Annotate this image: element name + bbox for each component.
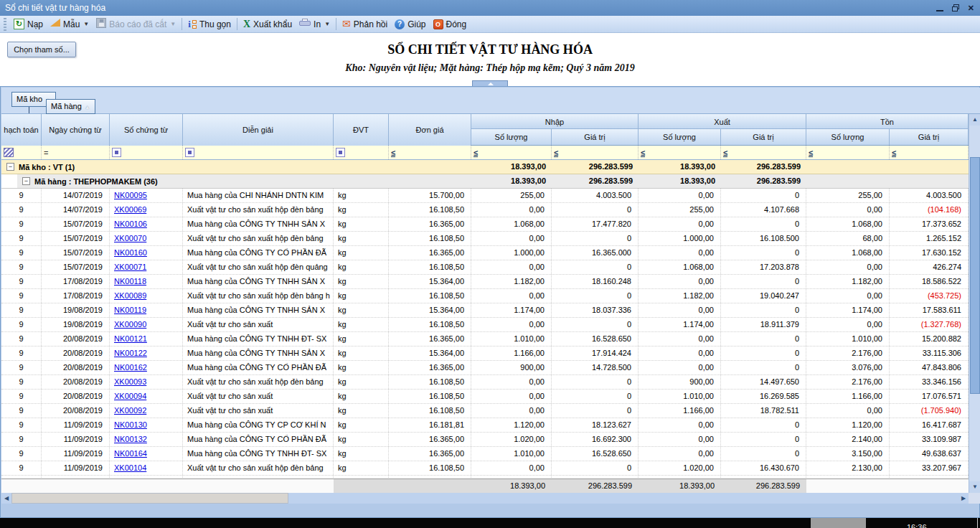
cell-so-chung-tu[interactable]: NK00095 xyxy=(110,189,183,202)
cell-so-chung-tu[interactable]: XK00069 xyxy=(110,203,183,217)
table-row[interactable]: 911/09/2019NK00130Mua hàng của CÔNG TY C… xyxy=(1,418,969,433)
column-header-ton-gia-tri[interactable]: Giá trị xyxy=(890,129,969,145)
less-equal-operator-icon[interactable]: ≤ xyxy=(809,148,813,157)
column-header-xuat-gia-tri[interactable]: Giá trị xyxy=(721,129,806,145)
table-row[interactable]: 917/08/2019NK00118Mua hàng của CÔNG TY T… xyxy=(1,275,969,289)
column-header-tk-hach-toan[interactable]: hạch toán xyxy=(1,114,42,146)
document-link[interactable]: NK00121 xyxy=(114,334,147,343)
document-link[interactable]: XK00089 xyxy=(114,291,146,300)
band-header-tồn[interactable]: Tồn xyxy=(806,114,969,129)
filter-cell-ngay-chung-tu[interactable]: = xyxy=(42,146,110,159)
less-equal-operator-icon[interactable]: ≤ xyxy=(641,148,645,157)
table-row[interactable]: 911/09/2019XK00105Xuất vật tư cho sản xu… xyxy=(1,476,969,478)
column-header-don-gia[interactable]: Đơn giá xyxy=(389,114,471,146)
column-header-dien-giai[interactable]: Diễn giải xyxy=(183,114,334,146)
minimize-button-icon[interactable] xyxy=(936,5,943,11)
table-row[interactable]: 919/08/2019NK00119Mua hàng của CÔNG TY T… xyxy=(1,303,969,318)
table-row[interactable]: 911/09/2019NK00164Mua hàng của CÔNG TY T… xyxy=(1,447,969,461)
toolbar-button-mau[interactable]: Mẫu▼ xyxy=(47,16,93,32)
group-row[interactable]: −Mã hàng : THEPHOPMAKEM (36)18.393,00296… xyxy=(1,174,969,189)
column-header-so-chung-tu[interactable]: Số chứng từ xyxy=(110,114,183,146)
table-row[interactable]: 920/08/2019XK00094Xuất vật tư cho sản xu… xyxy=(1,390,969,404)
group-row[interactable]: −Mã kho : VT (1)18.393,00296.283.59918.3… xyxy=(1,160,969,174)
cell-so-chung-tu[interactable]: NK00160 xyxy=(110,246,183,260)
less-equal-operator-icon[interactable]: ≤ xyxy=(391,148,395,157)
document-link[interactable]: XK00069 xyxy=(114,205,146,214)
toolbar-button-xuat-khau[interactable]: XXuất khẩu xyxy=(240,16,296,32)
document-link[interactable]: XK00093 xyxy=(114,377,146,386)
toolbar-button-in[interactable]: In▼ xyxy=(296,16,334,32)
cell-so-chung-tu[interactable]: NK00121 xyxy=(110,332,183,346)
document-link[interactable]: XK00070 xyxy=(114,234,146,242)
restore-button-icon[interactable] xyxy=(952,4,959,11)
document-link[interactable]: NK00130 xyxy=(114,420,147,429)
document-link[interactable]: NK00106 xyxy=(114,220,147,228)
cell-so-chung-tu[interactable]: NK00119 xyxy=(110,303,183,317)
column-header-dvt[interactable]: ĐVT xyxy=(334,114,389,146)
filter-cell-don-gia[interactable]: ≤ xyxy=(389,146,471,159)
table-row[interactable]: 919/08/2019XK00090Xuất vật tư cho sản xu… xyxy=(1,318,969,332)
equals-operator-icon[interactable]: = xyxy=(44,148,48,157)
cell-so-chung-tu[interactable]: XK00071 xyxy=(110,260,183,274)
collapse-minus-icon[interactable]: − xyxy=(22,177,30,185)
cell-so-chung-tu[interactable]: NK00122 xyxy=(110,346,183,360)
table-row[interactable]: 920/08/2019NK00121Mua hàng của CÔNG TY T… xyxy=(1,332,969,346)
document-link[interactable]: NK00095 xyxy=(114,191,147,199)
filter-cell-so-chung-tu[interactable] xyxy=(110,146,183,159)
document-link[interactable]: XK00104 xyxy=(114,463,146,472)
document-link[interactable]: NK00162 xyxy=(114,363,147,372)
document-link[interactable]: XK00094 xyxy=(114,392,146,400)
toolbar-button-dong[interactable]: OĐóng xyxy=(430,16,471,32)
cell-so-chung-tu[interactable]: NK00130 xyxy=(110,418,183,432)
less-equal-operator-icon[interactable]: ≤ xyxy=(723,148,727,157)
document-link[interactable]: XK00090 xyxy=(114,320,146,329)
table-row[interactable]: 920/08/2019NK00162Mua hàng của CÔNG TY C… xyxy=(1,361,969,375)
filter-cell-tk-hach-toan[interactable] xyxy=(1,146,42,159)
document-link[interactable]: NK00118 xyxy=(114,277,146,286)
close-window-button-icon[interactable]: ✕ xyxy=(968,0,974,16)
cell-so-chung-tu[interactable]: XK00070 xyxy=(110,232,183,245)
taskbar-button[interactable] xyxy=(811,518,866,528)
less-equal-operator-icon[interactable]: ≤ xyxy=(554,148,558,157)
table-row[interactable]: 920/08/2019NK00122Mua hàng của CÔNG TY T… xyxy=(1,346,969,361)
table-row[interactable]: 920/08/2019XK00092Xuất vật tư cho sản xu… xyxy=(1,404,969,418)
scroll-up-icon[interactable]: ▲ xyxy=(969,114,980,126)
cell-so-chung-tu[interactable]: XK00089 xyxy=(110,289,183,303)
table-row[interactable]: 914/07/2019NK00095Mua hàng của CHI NHÁNH… xyxy=(1,189,969,203)
box-filter-icon[interactable] xyxy=(336,148,345,157)
column-header-xuat-so-luong[interactable]: Số lượng xyxy=(639,129,721,145)
table-row[interactable]: 920/08/2019XK00093Xuất vật tư cho sản xu… xyxy=(1,375,969,390)
group-tab-ma-hang[interactable]: Mã hàng▲ xyxy=(46,99,95,114)
horizontal-scrollbar[interactable]: ◀ ▶ xyxy=(1,493,969,504)
cell-so-chung-tu[interactable]: XK00105 xyxy=(110,476,183,478)
table-row[interactable]: 915/07/2019NK00160Mua hàng của CÔNG TY C… xyxy=(1,246,969,260)
document-link[interactable]: NK00132 xyxy=(114,435,147,443)
scroll-down-icon[interactable]: ▼ xyxy=(969,481,980,493)
column-header-nhap-so-luong[interactable]: Số lượng xyxy=(471,129,552,145)
cell-so-chung-tu[interactable]: NK00106 xyxy=(110,217,183,231)
cell-so-chung-tu[interactable]: XK00094 xyxy=(110,390,183,403)
table-row[interactable]: 917/08/2019XK00089Xuất vật tư cho sản xu… xyxy=(1,289,969,303)
table-row[interactable]: 911/09/2019XK00104Xuất vật tư cho sản xu… xyxy=(1,461,969,476)
document-link[interactable]: NK00119 xyxy=(114,306,146,314)
cell-so-chung-tu[interactable]: NK00162 xyxy=(110,361,183,374)
scroll-right-icon[interactable]: ▶ xyxy=(958,493,969,504)
document-link[interactable]: XK00105 xyxy=(114,478,146,478)
vertical-scrollbar[interactable]: ▲ ▼ xyxy=(969,114,980,493)
custom-filter-icon[interactable] xyxy=(4,148,14,157)
cell-so-chung-tu[interactable]: XK00092 xyxy=(110,404,183,418)
document-link[interactable]: NK00122 xyxy=(114,349,147,357)
table-row[interactable]: 914/07/2019XK00069Xuất vật tư cho sản xu… xyxy=(1,203,969,217)
document-link[interactable]: NK00164 xyxy=(114,449,147,458)
toolbar-button-thu-gon[interactable]: iThu gọn xyxy=(184,16,235,32)
toolbar-button-phan-hoi[interactable]: ✉Phản hồi xyxy=(339,16,391,32)
collapse-minus-icon[interactable]: − xyxy=(6,163,14,171)
table-row[interactable]: 911/09/2019NK00132Mua hàng của CÔNG TY C… xyxy=(1,433,969,447)
band-header-nhập[interactable]: Nhập xyxy=(471,114,639,129)
document-link[interactable]: XK00071 xyxy=(114,263,146,271)
box-filter-icon[interactable] xyxy=(185,148,194,157)
cell-so-chung-tu[interactable]: NK00132 xyxy=(110,433,183,446)
filter-cell-nhap-so-luong[interactable]: ≤ xyxy=(471,146,552,159)
table-row[interactable]: 915/07/2019XK00070Xuất vật tư cho sản xu… xyxy=(1,232,969,246)
scroll-left-icon[interactable]: ◀ xyxy=(1,493,11,504)
